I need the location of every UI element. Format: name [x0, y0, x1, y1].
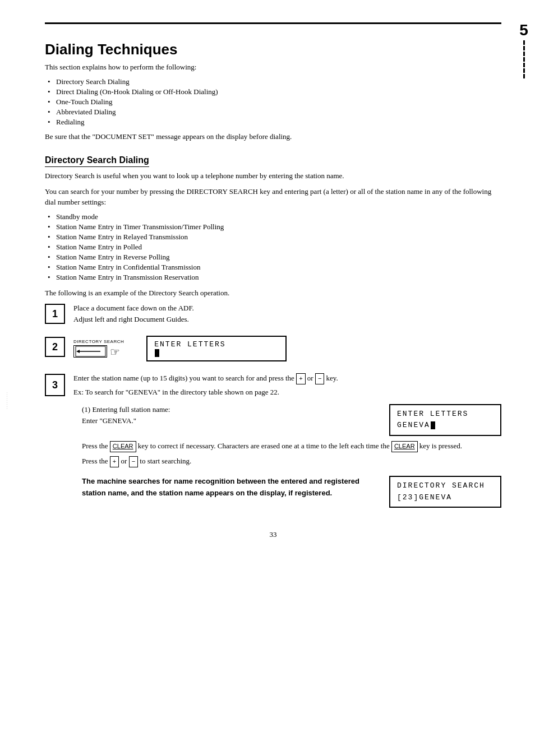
list-item: Station Name Entry in Relayed Transmissi… [56, 233, 501, 242]
list-item: Station Name Entry in Confidential Trans… [56, 263, 501, 272]
step-2: 2 DIRECTORY SEARCH ☞ [45, 336, 501, 361]
notice-text: Be sure that the "DOCUMENT SET" message … [45, 132, 501, 141]
step-3: 3 Enter the station name (up to 15 digit… [45, 373, 501, 513]
step-2-content: DIRECTORY SEARCH ☞ ENTER LETTERS [73, 336, 501, 361]
sub-step-header: (1) Entering full station name: [82, 404, 378, 416]
plus-key2: + [110, 456, 119, 467]
search-modes-list: Standby mode Station Name Entry in Timer… [56, 212, 501, 282]
directory-search-key [73, 345, 107, 358]
step-1-content: Place a document face down on the ADF. A… [73, 303, 501, 324]
step-1-number: 1 [45, 304, 65, 324]
step-2-key-illustration: DIRECTORY SEARCH ☞ [73, 339, 124, 359]
key-icon [75, 346, 106, 357]
scan-artifact: · · · · · · · · · [4, 392, 9, 409]
search-instruction: Press the + or − to start searching. [82, 456, 501, 467]
sub-step-1: (1) Entering full station name: Enter "G… [82, 404, 501, 508]
bullet-list: Directory Search Dialing Direct Dialing … [56, 77, 501, 127]
chapter-line [523, 46, 525, 50]
list-item: Abbreviated Dialing [56, 108, 501, 117]
step-3-text2: key. [326, 374, 338, 382]
display-box-geneva: ENTER LETTERS GENEVA [389, 404, 501, 437]
step-1-text2: Adjust left and right Document Guides. [73, 314, 501, 325]
chapter-sidebar: 5 [513, 22, 535, 78]
chapter-line [523, 68, 525, 73]
list-item: Directory Search Dialing [56, 77, 501, 86]
display2-line2: GENEVA [397, 420, 494, 432]
section-heading: Directory Search Dialing [45, 155, 149, 167]
list-item: Station Name Entry in Polled [56, 243, 501, 252]
section-intro1: Directory Search is useful when you want… [45, 170, 501, 182]
chapter-line [523, 57, 525, 62]
list-item: Direct Dialing (On-Hook Dialing or Off-H… [56, 87, 501, 96]
step-3-instruction: Enter the station name (up to 15 digits)… [73, 373, 501, 384]
list-item: Station Name Entry in Timer Transmission… [56, 222, 501, 231]
chapter-line [523, 74, 525, 78]
clear-instruction: Press the CLEAR key to correct if necess… [82, 440, 501, 452]
display-box-step2: ENTER LETTERS [146, 336, 287, 361]
display-cursor [154, 349, 279, 357]
list-item: Station Name Entry in Reverse Polling [56, 253, 501, 262]
cursor2 [431, 421, 435, 429]
hand-cursor-icon: ☞ [110, 345, 120, 359]
list-item: Standby mode [56, 212, 501, 221]
page-number: 33 [45, 530, 501, 539]
display3-line1: DIRECTORY SEARCH [397, 480, 494, 492]
display2-line1: ENTER LETTERS [397, 409, 494, 420]
machine-search-text: The machine searches for name recognitio… [82, 476, 372, 499]
machine-search-layout: The machine searches for name recognitio… [82, 476, 501, 508]
step-2-number: 2 [45, 337, 65, 357]
chapter-line [523, 52, 525, 56]
chapter-lines [513, 40, 535, 78]
list-item: Redialing [56, 118, 501, 127]
main-title: Dialing Techniques [45, 41, 501, 58]
step-1-text1: Place a document face down on the ADF. [73, 303, 501, 314]
or-text: or [307, 374, 313, 382]
page-container: 5 Dialing Techniques This section explai… [0, 0, 535, 756]
list-item: One-Touch Dialing [56, 98, 501, 106]
plus-key: + [296, 373, 305, 384]
chapter-line [523, 63, 525, 67]
sub-step-layout: (1) Entering full station name: Enter "G… [82, 404, 501, 437]
chapter-number: 5 [513, 22, 535, 38]
intro-text: This section explains how to perform the… [45, 63, 501, 72]
list-item: Station Name Entry in Transmission Reser… [56, 273, 501, 282]
key-label-text: DIRECTORY SEARCH [73, 339, 124, 344]
sub-step-enter: Enter "GENEVA." [82, 415, 378, 427]
minus-key2: − [129, 456, 138, 467]
step-3-number: 3 [45, 374, 65, 396]
example-intro: The following is an example of the Direc… [45, 287, 501, 299]
display-line1: ENTER LETTERS [154, 340, 279, 349]
step-1: 1 Place a document face down on the ADF.… [45, 303, 501, 324]
minus-key: − [315, 373, 324, 384]
step-3-content: Enter the station name (up to 15 digits)… [73, 373, 501, 513]
sub-step-text: (1) Entering full station name: Enter "G… [82, 404, 378, 428]
example-text: Ex: To search for "GENEVA" in the direct… [73, 387, 501, 398]
top-rule [45, 22, 501, 24]
chapter-line [523, 40, 525, 45]
section-intro2: You can search for your number by pressi… [45, 186, 501, 208]
display3-line2: [23]GENEVA [397, 492, 494, 504]
step-3-text1: Enter the station name (up to 15 digits)… [73, 374, 294, 382]
clear-key2: CLEAR [391, 441, 418, 452]
clear-key1: CLEAR [110, 441, 136, 452]
display-box-result: DIRECTORY SEARCH [23]GENEVA [389, 476, 501, 508]
cursor [155, 349, 159, 357]
svg-marker-2 [76, 350, 80, 353]
